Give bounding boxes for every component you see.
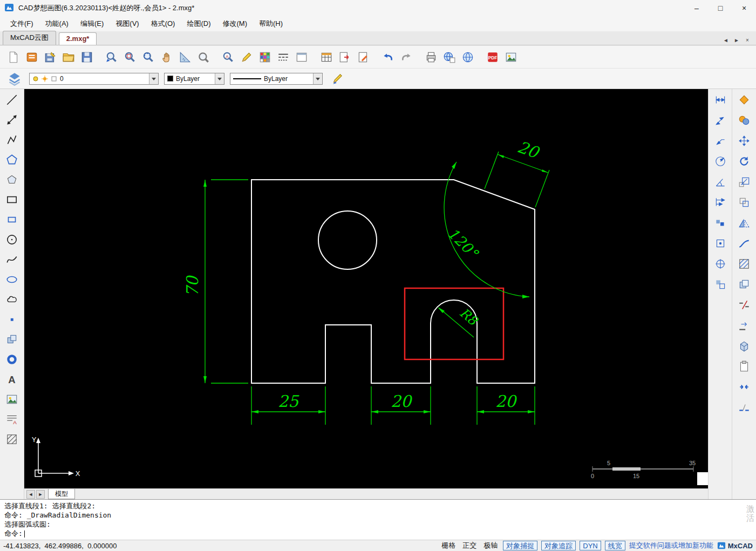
dim-tolerance-icon[interactable] (712, 215, 728, 231)
trim-tool-icon[interactable] (736, 297, 752, 313)
ellipse-tool-icon[interactable] (4, 271, 20, 288)
export-icon[interactable] (336, 49, 354, 66)
mtext-tool-icon[interactable]: A (4, 411, 20, 427)
ortho-toggle[interactable]: 正交 (461, 541, 478, 550)
tab-close-icon[interactable]: × (743, 36, 752, 45)
spline-tool-icon[interactable] (4, 251, 20, 268)
command-input-line[interactable]: 命令: (4, 529, 752, 538)
zoom-previous-icon[interactable] (103, 49, 121, 66)
extend-tool-icon[interactable] (736, 317, 752, 334)
fillet-tool-icon[interactable] (736, 235, 752, 251)
print-icon[interactable] (422, 49, 440, 66)
layer-select[interactable]: 0 (29, 73, 159, 85)
hatch-tool-icon[interactable] (4, 431, 20, 447)
menu-modify[interactable]: 修改(M) (216, 17, 253, 31)
rotate-tool-icon[interactable] (736, 153, 752, 169)
scale-tool-icon[interactable] (736, 174, 752, 190)
feedback-link[interactable]: 提交软件问题或增加新功能 (629, 541, 713, 550)
point-tool-icon[interactable] (4, 311, 20, 328)
table-style-icon[interactable] (317, 49, 336, 66)
layer-dropdown-arrow[interactable] (149, 73, 158, 84)
tab-scroll-right-icon[interactable]: ► (732, 36, 741, 45)
insert-image-icon[interactable] (502, 49, 520, 66)
extrude-tool-icon[interactable] (736, 338, 752, 354)
break-tool-icon[interactable] (736, 399, 752, 416)
line-tool-icon[interactable] (4, 92, 20, 108)
sheet-next-icon[interactable]: ► (36, 490, 45, 499)
paste-tool-icon[interactable] (736, 358, 752, 375)
menu-format[interactable]: 格式(O) (145, 17, 181, 31)
revision-cloud-tool-icon[interactable] (4, 291, 20, 308)
polar-toggle[interactable]: 极轴 (482, 541, 499, 550)
dim-baseline-icon[interactable] (712, 194, 728, 210)
zoom-icon[interactable] (194, 49, 213, 66)
draw-pencil-icon[interactable] (237, 49, 256, 66)
tab-scroll-left-icon[interactable]: ◄ (721, 36, 730, 45)
block-insert-tool-icon[interactable] (4, 331, 20, 348)
zoom-dynamic-icon[interactable] (121, 49, 139, 66)
linetype-select[interactable]: ByLayer (230, 73, 323, 85)
offset-tool-icon[interactable] (736, 194, 752, 210)
export-pdf-icon[interactable]: PDF (483, 49, 502, 66)
grid-toggle[interactable]: 栅格 (440, 541, 457, 550)
copy-tool-icon[interactable] (736, 112, 752, 128)
circle-tool-icon[interactable] (4, 232, 20, 248)
dim-datum-icon[interactable] (712, 235, 728, 251)
array-tool-icon[interactable] (736, 276, 752, 292)
tab-mxcad-cloud[interactable]: MxCAD云图 (3, 31, 56, 45)
sheet-edit-icon[interactable] (354, 49, 372, 66)
open-cloud-file-icon[interactable] (23, 49, 41, 66)
network-icon[interactable] (459, 49, 477, 66)
linetype-dropdown-arrow[interactable] (313, 73, 322, 84)
image-tool-icon[interactable] (4, 391, 20, 407)
corner-widget[interactable] (697, 472, 708, 485)
zoom-window-icon[interactable] (139, 49, 158, 66)
pentagon-tool-icon[interactable] (4, 172, 20, 188)
menu-view[interactable]: 视图(V) (110, 17, 145, 31)
hatch-edit-tool-icon[interactable] (736, 256, 752, 272)
save-icon[interactable] (41, 49, 59, 66)
menu-function[interactable]: 功能(A) (39, 17, 74, 31)
donut-tool-icon[interactable] (4, 351, 20, 368)
text-tool-icon[interactable]: A (4, 371, 20, 387)
menu-help[interactable]: 帮助(H) (253, 17, 289, 31)
dyn-toggle[interactable]: DYN (580, 541, 601, 550)
close-button[interactable]: × (732, 0, 756, 16)
drawing-canvas[interactable]: 70 25 20 20 20 120° R8 Y X (24, 89, 708, 488)
command-window[interactable]: 选择直线段1: 选择直线段2: 命令: _DrawRadialDimension… (0, 499, 756, 540)
dim-radius-icon[interactable] (712, 153, 728, 169)
pan-icon[interactable] (158, 49, 176, 66)
explode-tool-icon[interactable] (736, 92, 752, 108)
minimize-button[interactable]: – (685, 0, 709, 16)
color-dropdown-arrow[interactable] (215, 73, 224, 84)
linetype-manager-icon[interactable] (274, 49, 292, 66)
dim-leader-icon[interactable] (712, 133, 728, 149)
dim-center-mark-icon[interactable] (712, 256, 728, 272)
polygon-tool-icon[interactable] (4, 152, 20, 168)
dim-angular-icon[interactable] (712, 174, 728, 190)
lineweight-toggle[interactable]: 线宽 (605, 541, 625, 550)
menu-draw[interactable]: 绘图(D) (181, 17, 216, 31)
sheet-prev-icon[interactable]: ◄ (26, 490, 35, 499)
layers-icon[interactable] (5, 70, 24, 87)
menu-edit[interactable]: 编辑(E) (74, 17, 110, 31)
measure-tool-icon[interactable] (176, 49, 194, 66)
model-tab[interactable]: 模型 (48, 489, 75, 499)
color-palette-icon[interactable] (256, 49, 274, 66)
dim-linear-icon[interactable] (712, 92, 728, 108)
find-icon[interactable]: A (219, 49, 237, 66)
match-properties-icon[interactable] (328, 70, 346, 87)
construction-line-tool-icon[interactable] (4, 112, 20, 128)
move-tool-icon[interactable] (736, 133, 752, 149)
mirror-tool-icon[interactable] (736, 215, 752, 231)
open-folder-icon[interactable] (59, 49, 78, 66)
stretch-tool-icon[interactable] (736, 379, 752, 395)
redo-icon[interactable] (397, 49, 416, 66)
save-as-icon[interactable] (78, 49, 96, 66)
square-tool-icon[interactable] (4, 212, 20, 228)
dim-aligned-icon[interactable] (712, 112, 728, 128)
menu-file[interactable]: 文件(F) (4, 17, 39, 31)
maximize-button[interactable]: □ (709, 0, 732, 16)
web-publish-icon[interactable] (440, 49, 459, 66)
color-select[interactable]: ByLayer (164, 73, 224, 85)
